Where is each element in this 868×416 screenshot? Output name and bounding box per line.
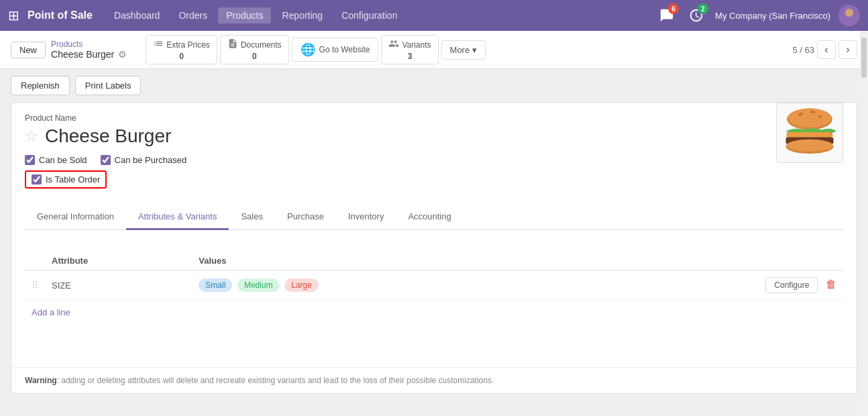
extra-prices-label: Extra Prices — [166, 40, 210, 50]
documents-icon — [227, 38, 238, 51]
warning-message: : adding or deleting attributes will del… — [57, 376, 494, 385]
can-be-purchased-label: Can be Purchased — [115, 155, 187, 165]
extra-prices-button[interactable]: Extra Prices 0 — [146, 35, 217, 64]
more-label: More — [450, 45, 470, 55]
tag-large[interactable]: Large — [284, 278, 319, 292]
scrollbar-thumb[interactable] — [861, 38, 867, 78]
is-table-order-row: Is Table Order — [25, 170, 107, 189]
replenish-button[interactable]: Replenish — [11, 76, 70, 95]
product-name-label: Product Name — [25, 113, 843, 123]
configure-button[interactable]: Configure — [765, 277, 818, 293]
favorite-icon[interactable]: ☆ — [25, 127, 38, 145]
action-row: Replenish Print Labels — [0, 69, 868, 102]
attribute-values: Small Medium Large — [192, 270, 594, 301]
company-name: My Company (San Francisco) — [715, 11, 830, 21]
nav-dashboard[interactable]: Dashboard — [106, 7, 168, 23]
breadcrumb-current: Cheese Burger ⚙ — [51, 49, 127, 60]
activity-badge: 2 — [698, 3, 708, 14]
product-image-wrapper[interactable] — [776, 103, 843, 163]
documents-count: 0 — [252, 52, 257, 61]
toolbar: New Products Cheese Burger ⚙ Extra Price… — [0, 31, 868, 69]
tab-sales[interactable]: Sales — [229, 205, 275, 230]
breadcrumb: Products Cheese Burger ⚙ — [51, 40, 127, 60]
new-button[interactable]: New — [11, 42, 46, 58]
documents-label: Documents — [241, 40, 282, 50]
chat-notification[interactable]: 6 — [656, 5, 677, 26]
nav-products[interactable]: Products — [218, 7, 271, 23]
variants-label: Variants — [402, 40, 431, 50]
warning-prefix: Warning — [25, 376, 57, 385]
svg-point-1 — [845, 9, 853, 17]
tab-purchase[interactable]: Purchase — [275, 205, 336, 230]
drag-handle-icon[interactable]: ⠿ — [32, 280, 38, 291]
tab-attributes[interactable]: Attributes & Variants — [126, 205, 229, 230]
breadcrumb-parent[interactable]: Products — [51, 40, 127, 49]
product-image[interactable] — [776, 103, 843, 163]
add-line-button[interactable]: Add a line — [25, 301, 77, 324]
tab-general[interactable]: General Information — [25, 205, 126, 230]
product-name-row: ☆ Cheese Burger — [25, 125, 843, 147]
chat-badge: 6 — [668, 3, 679, 14]
variants-icon — [388, 38, 399, 51]
warning-text: Warning: adding or deleting attributes w… — [11, 367, 857, 393]
top-navigation: ⊞ Point of Sale Dashboard Orders Product… — [0, 0, 868, 31]
more-button[interactable]: More ▾ — [441, 40, 486, 60]
go-to-website-button[interactable]: 🌐 Go to Website — [292, 38, 379, 62]
toolbar-actions: Extra Prices 0 Documents 0 🌐 Go to Websi… — [146, 35, 787, 64]
can-be-purchased-checkbox[interactable]: Can be Purchased — [101, 155, 187, 165]
nav-orders[interactable]: Orders — [170, 7, 215, 23]
product-form: Product Name ☆ Cheese Burger — [11, 102, 857, 394]
tab-accounting[interactable]: Accounting — [396, 205, 463, 230]
print-labels-button[interactable]: Print Labels — [75, 76, 142, 95]
nav-left: ⊞ Point of Sale — [8, 7, 106, 23]
product-name[interactable]: Cheese Burger — [45, 125, 171, 147]
delete-row-button[interactable]: 🗑 — [826, 278, 836, 291]
breadcrumb-current-text: Cheese Burger — [51, 49, 114, 60]
empty-space — [11, 335, 857, 362]
next-button[interactable]: › — [838, 40, 857, 59]
nav-right: 6 2 My Company (San Francisco) — [656, 5, 860, 26]
activity-notification[interactable]: 2 — [686, 5, 707, 26]
is-table-order-label: Is Table Order — [46, 174, 100, 185]
col-attribute: Attribute — [45, 252, 192, 270]
nav-reporting[interactable]: Reporting — [274, 7, 331, 23]
tab-inventory[interactable]: Inventory — [336, 205, 396, 230]
attributes-table: Attribute Values ⠿ SIZE Small Medium Lar… — [25, 252, 843, 301]
nav-configuration[interactable]: Configuration — [333, 7, 405, 23]
can-be-sold-checkbox[interactable]: Can be Sold — [25, 155, 87, 165]
tab-content-attributes: Attribute Values ⠿ SIZE Small Medium Lar… — [11, 241, 857, 335]
svg-point-10 — [786, 140, 832, 152]
is-table-order-checkbox[interactable] — [32, 174, 42, 185]
extra-prices-count: 0 — [179, 52, 184, 61]
tag-small[interactable]: Small — [199, 278, 232, 292]
documents-button[interactable]: Documents 0 — [220, 35, 289, 64]
prev-button[interactable]: ‹ — [817, 40, 836, 59]
pagination-text: 5 / 63 — [792, 45, 814, 55]
checkboxes-row: Can be Sold Can be Purchased — [25, 155, 843, 165]
variants-button[interactable]: Variants 3 — [381, 35, 438, 64]
nav-menu: Dashboard Orders Products Reporting Conf… — [106, 7, 656, 23]
avatar[interactable] — [838, 5, 860, 26]
scrollbar[interactable] — [860, 31, 868, 405]
settings-icon[interactable]: ⚙ — [118, 49, 127, 60]
pagination: 5 / 63 ‹ › — [792, 40, 857, 59]
app-name[interactable]: Point of Sale — [28, 9, 93, 21]
website-icon: 🌐 — [301, 42, 315, 57]
tag-medium[interactable]: Medium — [237, 278, 280, 292]
attribute-name: SIZE — [52, 280, 71, 291]
extra-prices-icon — [153, 38, 164, 51]
variants-count: 3 — [408, 52, 413, 61]
svg-point-3 — [788, 109, 831, 127]
more-chevron-icon: ▾ — [472, 45, 477, 55]
product-details: Product Name ☆ Cheese Burger — [11, 103, 857, 241]
can-be-sold-label: Can be Sold — [39, 155, 87, 165]
col-values: Values — [192, 252, 594, 270]
table-row: ⠿ SIZE Small Medium Large Configure 🗑 — [25, 270, 843, 301]
grid-icon[interactable]: ⊞ — [8, 7, 19, 23]
website-label: Go to Website — [319, 45, 370, 54]
tabs: General Information Attributes & Variant… — [25, 205, 843, 230]
